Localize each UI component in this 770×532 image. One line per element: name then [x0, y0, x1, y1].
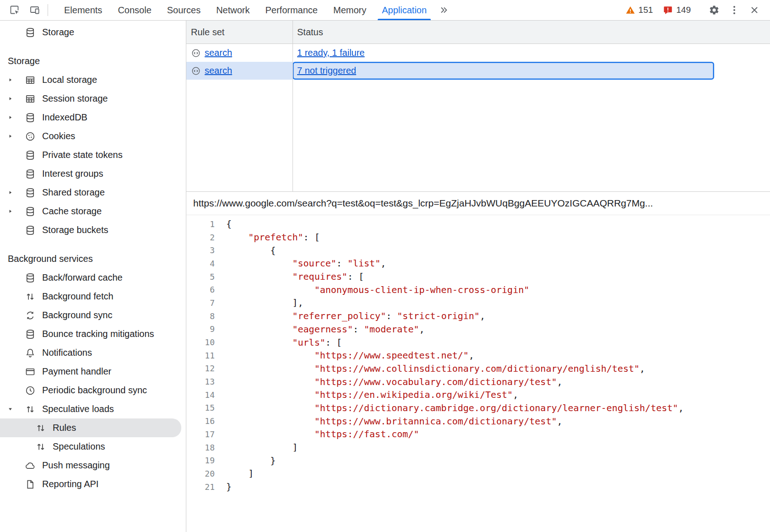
- tab-network[interactable]: Network: [208, 0, 257, 20]
- line-number: 5: [186, 272, 215, 282]
- error-icon: [663, 5, 673, 15]
- database-icon: [25, 206, 36, 217]
- rule-set-link[interactable]: search: [205, 65, 232, 76]
- column-header-rule-set[interactable]: Rule set: [186, 21, 293, 43]
- line-number: 14: [186, 390, 215, 400]
- rule-set-link[interactable]: search: [205, 48, 232, 58]
- table-icon: [25, 93, 36, 104]
- warnings-badge[interactable]: 151: [620, 0, 658, 20]
- database-icon: [25, 27, 36, 38]
- column-divider[interactable]: [293, 21, 293, 191]
- line-number: 11: [186, 351, 215, 360]
- sidebar-item-label: Periodic background sync: [42, 385, 147, 396]
- code-line: 6 "anonymous-client-ip-when-cross-origin…: [186, 283, 770, 296]
- line-number: 3: [186, 245, 215, 255]
- status-cell-focused[interactable]: 7 not triggered: [293, 62, 714, 80]
- error-count: 149: [676, 5, 691, 15]
- tab-sources[interactable]: Sources: [159, 0, 208, 20]
- sidebar-item-speculations[interactable]: Speculations: [0, 437, 186, 456]
- tab-elements[interactable]: Elements: [56, 0, 110, 20]
- code-line-content: {: [226, 245, 276, 256]
- sidebar-item-payment-handler[interactable]: Payment handler: [0, 362, 186, 381]
- rule-set-cell[interactable]: search: [186, 44, 293, 62]
- document-icon: [25, 479, 36, 490]
- sidebar-item-storage-overview[interactable]: Storage: [0, 23, 186, 42]
- sidebar-item-local-storage[interactable]: Local storage: [0, 71, 186, 89]
- collapse-arrow-icon[interactable]: [7, 406, 25, 412]
- code-line-content: "eagerness": "moderate",: [226, 324, 425, 335]
- database-icon: [25, 272, 36, 283]
- sidebar-item-back-forward-cache[interactable]: Back/forward cache: [0, 268, 186, 287]
- sidebar-item-label: Cache storage: [42, 206, 102, 217]
- tab-application[interactable]: Application: [374, 0, 434, 20]
- more-tabs-button[interactable]: [434, 0, 453, 20]
- settings-button[interactable]: [704, 0, 724, 20]
- code-line: 9 "eagerness": "moderate",: [186, 323, 770, 336]
- rule-set-row[interactable]: search 1 ready, 1 failure: [186, 44, 770, 62]
- line-number: 13: [186, 377, 215, 386]
- tab-memory[interactable]: Memory: [325, 0, 374, 20]
- database-icon: [25, 168, 36, 179]
- expand-arrow-icon[interactable]: [7, 133, 25, 139]
- close-button[interactable]: [744, 0, 765, 20]
- table-icon: [25, 75, 36, 86]
- sidebar-item-label: Payment handler: [42, 366, 111, 377]
- sidebar-item-label: Background sync: [42, 310, 112, 320]
- sidebar-item-periodic-background-sync[interactable]: Periodic background sync: [0, 381, 186, 400]
- sidebar-item-indexeddb[interactable]: IndexedDB: [0, 108, 186, 127]
- code-line: 11 "https://www.speedtest.net/",: [186, 349, 770, 362]
- menu-button[interactable]: [724, 0, 744, 20]
- expand-arrow-icon[interactable]: [7, 114, 25, 120]
- swap-vertical-icon: [25, 404, 36, 415]
- tab-console[interactable]: Console: [110, 0, 159, 20]
- sidebar-item-reporting-api[interactable]: Reporting API: [0, 475, 186, 494]
- code-line: 13 "https://www.vocabulary.com/dictionar…: [186, 375, 770, 388]
- close-icon: [749, 5, 760, 16]
- devtools-toolbar: Elements Console Sources Network Perform…: [0, 0, 770, 21]
- expand-arrow-icon[interactable]: [7, 208, 25, 214]
- code-line-content: "https://www.britannica.com/dictionary/t…: [226, 416, 563, 427]
- status-link[interactable]: 1 ready, 1 failure: [297, 48, 365, 58]
- sidebar-item-interest-groups[interactable]: Interest groups: [0, 164, 186, 183]
- expand-arrow-icon[interactable]: [7, 190, 25, 195]
- sidebar-item-cache-storage[interactable]: Cache storage: [0, 202, 186, 221]
- sidebar-item-notifications[interactable]: Notifications: [0, 343, 186, 362]
- line-number: 9: [186, 324, 215, 334]
- line-number: 16: [186, 416, 215, 426]
- sidebar-item-background-fetch[interactable]: Background fetch: [0, 287, 186, 306]
- status-cell[interactable]: 1 ready, 1 failure: [293, 44, 714, 62]
- sidebar-item-rules[interactable]: Rules: [0, 418, 181, 437]
- sidebar-section-storage: Storage: [0, 52, 186, 71]
- toolbar-right-controls: 151 149: [620, 0, 770, 20]
- sidebar-item-background-sync[interactable]: Background sync: [0, 306, 186, 325]
- code-line-content: "prefetch": [: [226, 232, 320, 243]
- column-header-status[interactable]: Status: [293, 21, 323, 43]
- sidebar-item-push-messaging[interactable]: Push messaging: [0, 456, 186, 475]
- expand-arrow-icon[interactable]: [7, 77, 25, 83]
- code-line-content: "source": "list",: [226, 258, 386, 269]
- sidebar-item-label: Cookies: [42, 131, 75, 141]
- rule-set-icon: [191, 66, 201, 76]
- code-line-content: ],: [226, 297, 304, 308]
- sidebar-item-session-storage[interactable]: Session storage: [0, 89, 186, 108]
- sidebar-item-bounce-tracking-mitigations[interactable]: Bounce tracking mitigations: [0, 325, 186, 343]
- inspect-button[interactable]: [5, 0, 25, 20]
- errors-badge[interactable]: 149: [658, 0, 696, 20]
- gear-icon: [709, 5, 720, 16]
- sidebar-item-private-state-tokens[interactable]: Private state tokens: [0, 146, 186, 164]
- sidebar-item-label: Push messaging: [42, 460, 110, 471]
- code-line: 10 "urls": [: [186, 336, 770, 349]
- rule-set-cell[interactable]: search: [186, 62, 293, 80]
- speculative-loads-rules-panel: Rule set Status search 1 ready, 1 failur…: [186, 21, 770, 532]
- sidebar-item-cookies[interactable]: Cookies: [0, 127, 186, 146]
- sidebar-item-shared-storage[interactable]: Shared storage: [0, 183, 186, 202]
- status-link[interactable]: 7 not triggered: [297, 65, 356, 76]
- sidebar-item-storage-buckets[interactable]: Storage buckets: [0, 221, 186, 239]
- tab-performance[interactable]: Performance: [258, 0, 326, 20]
- rule-set-row-selected[interactable]: search 7 not triggered: [186, 62, 770, 80]
- device-toolbar-button[interactable]: [25, 0, 45, 20]
- sidebar-item-speculative-loads[interactable]: Speculative loads: [0, 400, 186, 418]
- code-line-content: "https://dictionary.cambridge.org/dictio…: [226, 402, 683, 413]
- sidebar-item-label: Shared storage: [42, 187, 105, 198]
- expand-arrow-icon[interactable]: [7, 96, 25, 102]
